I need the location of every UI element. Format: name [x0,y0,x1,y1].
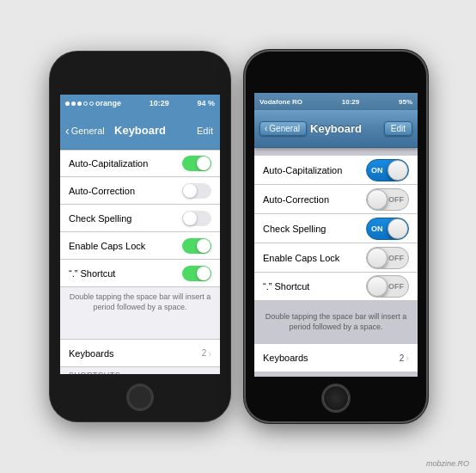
signal-dots [65,101,94,106]
home-button[interactable] [321,384,351,413]
row-check-spelling[interactable]: Check Spelling [60,205,220,232]
row-caps-lock[interactable]: Enable Caps Lock [60,232,220,260]
dot4 [83,101,88,106]
toggle-check-spelling[interactable] [182,211,211,226]
status-left: orange [65,99,121,108]
back-label: General [71,126,105,136]
toggle-knob [388,160,408,181]
toggle-knob [367,189,388,210]
toggle-on-label: ON [371,166,383,175]
toggle-check-spelling[interactable]: ON OFF [366,218,409,240]
toggle-off-label: OFF [388,195,404,204]
keyboards-value: 2 › [202,348,211,359]
toggle-knob [197,157,211,170]
nav-bar-ios6: ‹ General Keyboard Edit [254,110,418,148]
settings-group-main: Auto-Capitalization ON OFF Auto-Correcti… [254,155,418,301]
toggle-auto-cap[interactable]: ON OFF [366,159,409,181]
screen-ios7: orange 10:29 94 % ‹ General Keyboard Edi… [60,95,220,374]
chevron-icon: › [208,348,211,359]
row-label: Auto-Capitalization [69,158,148,169]
toggle-shortcut[interactable]: ON OFF [366,275,409,298]
screen-ios6: Vodafone RO 10:29 95% ‹ General Keyboard… [254,93,418,377]
carrier-label: Vodafone RO [259,98,302,106]
row-check-spelling[interactable]: Check Spelling ON OFF [254,213,418,243]
section-header-shortcuts: SHORTCUTS [60,367,220,374]
row-auto-correction[interactable]: Auto-Correction ON OFF [254,184,418,213]
nav-back-button[interactable]: ‹ General [259,121,307,136]
back-arrow-icon: ‹ [65,125,70,137]
row-auto-correction[interactable]: Auto-Correction [60,177,220,205]
row-label: Check Spelling [69,213,131,224]
dot5 [89,101,94,106]
toggle-knob [197,239,211,253]
chevron-icon: › [406,353,409,363]
settings-list-ios6: Auto-Capitalization ON OFF Auto-Correcti… [254,148,418,377]
time-label: 10:29 [150,99,169,108]
toggle-auto-correction[interactable] [182,183,211,199]
toggle-auto-cap[interactable] [182,156,211,171]
status-bar-ios6: Vodafone RO 10:29 95% [254,93,418,110]
toggle-knob [183,184,197,198]
back-label: General [269,124,300,133]
phone-ios6: Vodafone RO 10:29 95% ‹ General Keyboard… [246,52,426,421]
edit-button[interactable]: Edit [384,121,412,136]
time-label: 10:29 [342,98,359,106]
nav-back-button[interactable]: ‹ General [65,125,105,137]
toggle-knob [183,212,197,225]
dot3 [77,101,82,106]
battery-label: 94 % [197,99,215,108]
nav-bar-ios7: ‹ General Keyboard Edit [60,112,220,150]
toggle-knob [367,248,388,268]
row-label: Keyboards [263,353,308,363]
toggle-caps-lock[interactable]: ON OFF [366,247,409,269]
nav-title: Keyboard [114,124,166,137]
section-sep [60,317,220,340]
watermark: mobzine.RO [426,459,469,468]
status-bar-ios7: orange 10:29 94 % [60,95,220,112]
carrier-label: orange [95,99,121,108]
home-button[interactable] [126,384,154,411]
row-label: Auto-Correction [69,186,135,196]
row-label: Enable Caps Lock [263,253,339,263]
toggle-off-label: OFF [388,254,404,262]
dot1 [65,101,70,106]
toggle-off-label: OFF [388,282,404,291]
row-label: Auto-Correction [263,194,329,205]
row-label: Auto-Capitalization [263,165,342,175]
nav-title: Keyboard [310,122,362,135]
phone-ios7: orange 10:29 94 % ‹ General Keyboard Edi… [50,52,230,421]
hint-text: Double tapping the space bar will insert… [60,287,220,317]
row-shortcut[interactable]: “.” Shortcut [60,260,220,287]
row-keyboards[interactable]: Keyboards 2 › [254,343,418,372]
toggle-knob [197,267,211,280]
battery-label: 95% [399,98,412,106]
section-sep2: SHORTCUTS [60,367,220,374]
toggle-knob [388,218,408,239]
row-label: Enable Caps Lock [69,241,145,251]
settings-list-ios7: Auto-Capitalization Auto-Correction Chec… [60,150,220,374]
edit-button[interactable]: Edit [197,126,213,136]
hint-text: Double tapping the space bar will insert… [254,308,418,336]
settings-group-keyboards: Keyboards 2 › [254,343,418,372]
row-label: “.” Shortcut [263,281,309,292]
row-label: Keyboards [69,348,114,359]
toggle-knob [367,276,388,297]
dot2 [71,101,76,106]
row-shortcut[interactable]: “.” Shortcut ON OFF [254,272,418,301]
back-arrow-icon: ‹ [265,124,267,133]
toggle-on-label: ON [371,224,383,233]
row-label: “.” Shortcut [69,268,115,279]
main-container: orange 10:29 94 % ‹ General Keyboard Edi… [41,43,435,430]
keyboards-value: 2 › [400,353,409,363]
row-caps-lock[interactable]: Enable Caps Lock ON OFF [254,243,418,272]
row-auto-cap[interactable]: Auto-Capitalization ON OFF [254,155,418,184]
row-keyboards[interactable]: Keyboards 2 › [60,340,220,367]
row-label: Check Spelling [263,224,326,234]
toggle-caps-lock[interactable] [182,238,211,254]
row-auto-cap[interactable]: Auto-Capitalization [60,150,220,177]
toggle-auto-correction[interactable]: ON OFF [366,188,409,211]
toggle-shortcut[interactable] [182,266,211,281]
